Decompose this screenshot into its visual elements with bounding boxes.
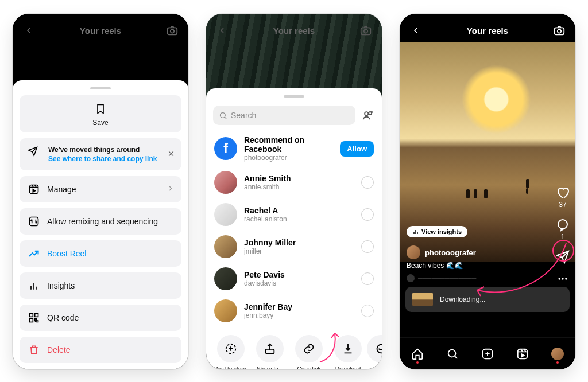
add-people-icon[interactable] <box>361 108 375 122</box>
remix-button[interactable]: Allow remixing and sequencing <box>20 208 181 235</box>
contact-handle: jenn.bayy <box>244 311 354 319</box>
select-radio[interactable] <box>361 240 374 253</box>
copy-link-button[interactable]: Copy link <box>291 335 327 369</box>
select-radio[interactable] <box>361 176 374 189</box>
contact-name: Johnny Miller <box>244 238 354 247</box>
download-icon <box>334 335 362 362</box>
header-title: Your reels <box>273 26 315 36</box>
boost-button[interactable]: Boost Reel <box>20 240 181 267</box>
delete-button[interactable]: Delete <box>20 337 181 363</box>
remix-icon <box>28 215 40 228</box>
svg-line-15 <box>225 117 226 119</box>
svg-point-1 <box>171 29 174 33</box>
back-button[interactable] <box>211 22 234 39</box>
insights-button[interactable]: Insights <box>20 272 181 299</box>
commenter-avatar <box>407 274 415 282</box>
contact-row[interactable]: Johnny Miller jmiller <box>206 231 382 263</box>
svg-point-16 <box>365 112 368 115</box>
contact-handle: davisdavis <box>244 279 354 287</box>
reel-backdrop: Your reels <box>13 14 188 88</box>
contact-row[interactable]: Rachel A rachel.aniston <box>206 198 382 231</box>
info-title: We've moved things around <box>48 145 157 154</box>
boost-icon <box>28 247 40 260</box>
search-placeholder: Search <box>231 111 256 120</box>
avatar <box>407 245 420 259</box>
avatar <box>214 203 237 226</box>
comment-button[interactable]: 1 <box>556 218 570 241</box>
chevron-right-icon <box>167 185 175 194</box>
contact-name: Annie Smith <box>244 174 354 183</box>
header-title: Your reels <box>80 26 121 36</box>
qr-button[interactable]: QR code <box>20 305 181 331</box>
search-input[interactable]: Search <box>213 106 355 125</box>
manage-button[interactable]: Manage <box>20 176 181 202</box>
camera-button[interactable] <box>354 22 377 39</box>
svg-rect-10 <box>35 314 38 317</box>
svg-point-26 <box>559 278 560 279</box>
camera-button[interactable] <box>161 22 184 39</box>
select-radio[interactable] <box>361 305 374 317</box>
svg-point-25 <box>558 220 567 229</box>
contact-row[interactable]: Pete Davis davisdavis <box>206 263 382 295</box>
header: Your reels <box>13 22 188 39</box>
downloading-toast: Downloading... <box>405 287 570 312</box>
author-row[interactable]: photooografer <box>407 245 476 259</box>
view-insights-button[interactable]: View insights <box>407 226 467 237</box>
send-icon <box>26 145 39 158</box>
header: Your reels <box>400 22 575 39</box>
share-button[interactable] <box>556 250 570 264</box>
contact-row[interactable]: Jennifer Bay jenn.bayy <box>206 295 382 327</box>
svg-rect-37 <box>518 349 528 358</box>
download-button[interactable]: Download <box>330 335 366 369</box>
link-icon <box>295 335 323 362</box>
save-button[interactable]: Save <box>20 95 181 132</box>
contact-name: Rachel A <box>244 206 354 215</box>
sheet-grabber[interactable] <box>90 87 111 89</box>
contact-handle: annie.smith <box>244 183 354 191</box>
header: Your reels <box>206 22 382 39</box>
nav-search[interactable] <box>446 348 459 360</box>
nav-home[interactable] <box>411 348 424 360</box>
action-label: Mess <box>374 366 382 369</box>
action-label: Download <box>335 366 361 369</box>
svg-rect-0 <box>168 28 177 34</box>
svg-point-28 <box>565 278 567 279</box>
action-label: Copy link <box>297 366 320 369</box>
sheet-grabber[interactable] <box>284 95 304 98</box>
screen-1: Your reels Save We've moved things aroun… <box>13 14 188 369</box>
nav-profile[interactable] <box>551 348 564 360</box>
insights-label: Insights <box>47 281 75 290</box>
save-label: Save <box>92 119 108 127</box>
screen-2: Your reels Search f Recommend on Faceboo… <box>206 14 382 369</box>
select-radio[interactable] <box>361 208 374 221</box>
info-banner[interactable]: We've moved things around See where to s… <box>20 138 181 170</box>
svg-point-13 <box>364 29 368 33</box>
svg-point-27 <box>562 278 563 279</box>
like-button[interactable]: 37 <box>556 186 570 209</box>
allow-button[interactable]: Allow <box>340 141 374 157</box>
contact-name: Jennifer Bay <box>244 302 354 311</box>
action-bar: Add to story Share to... Copy link Downl… <box>213 327 382 369</box>
comment-peek[interactable]: ───────────── <box>407 274 476 282</box>
select-radio[interactable] <box>361 272 374 285</box>
share-to-button[interactable]: Share to... <box>252 335 288 369</box>
close-icon[interactable] <box>168 150 175 159</box>
comment-count: 1 <box>561 233 565 241</box>
action-label: Add to story <box>215 366 246 369</box>
recommend-title: Recommend on Facebook <box>244 135 333 154</box>
svg-line-33 <box>455 356 457 358</box>
recommend-facebook-row[interactable]: f Recommend on Facebook photooografer Al… <box>206 131 382 166</box>
more-button[interactable] <box>557 273 568 284</box>
contact-row[interactable]: Annie Smith annie.smith <box>206 166 382 198</box>
nav-bar <box>400 337 575 369</box>
nav-create[interactable] <box>481 348 494 360</box>
camera-button[interactable] <box>548 22 571 39</box>
back-button[interactable] <box>404 22 427 39</box>
avatar <box>214 171 237 194</box>
nav-reels[interactable] <box>516 348 529 360</box>
add-to-story-button[interactable]: Add to story <box>213 335 249 369</box>
back-button[interactable] <box>17 22 40 39</box>
info-link[interactable]: See where to share and copy link <box>48 154 157 163</box>
message-button[interactable]: Mess <box>369 335 382 369</box>
insights-icon <box>28 279 40 292</box>
